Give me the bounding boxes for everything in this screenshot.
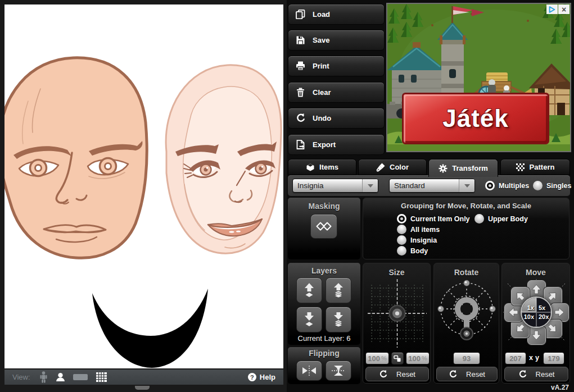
save-floppy-icon (296, 35, 305, 45)
gem-icon (306, 163, 315, 171)
flipping-panel: Flipping (288, 347, 360, 384)
multiples-radio[interactable] (485, 181, 495, 190)
flip-vertical-button[interactable] (326, 361, 351, 381)
tab-transform[interactable]: Transform (428, 159, 498, 177)
rotate-reset-button[interactable]: Reset (436, 367, 498, 381)
style-dropdown-value: Standard (390, 179, 459, 192)
layers-title: Layers (288, 266, 360, 275)
masking-title: Masking (288, 202, 360, 211)
masking-button[interactable] (310, 214, 337, 239)
grouping-title: Grouping for Move, Rotate, and Scale (363, 202, 569, 210)
rotate-dial[interactable] (437, 278, 496, 343)
size-width-value: 100 (368, 354, 380, 363)
layer-up-all-button[interactable] (326, 277, 351, 303)
move-up-button[interactable] (527, 280, 546, 299)
move-down-button[interactable] (527, 326, 546, 345)
grouping-all-items-label: All items (410, 226, 440, 234)
gear-icon (439, 164, 448, 173)
size-reset-label: Reset (396, 370, 415, 379)
grouping-all-items-radio[interactable] (397, 225, 406, 234)
size-reset-button[interactable]: Reset (365, 367, 429, 381)
move-reset-button[interactable]: Reset (504, 367, 568, 381)
rotate-angle-field[interactable]: 93 (453, 352, 480, 364)
arrow-down-right-icon (545, 321, 559, 335)
category-dropdown[interactable]: Insignia (292, 179, 378, 193)
clear-button[interactable]: Clear (288, 82, 385, 103)
female-face-item[interactable] (166, 65, 281, 253)
mask-diamonds-icon (316, 222, 332, 231)
tab-transform-label: Transform (452, 164, 488, 172)
size-width-field[interactable]: 100% (365, 352, 389, 364)
singles-radio[interactable] (533, 181, 543, 190)
move-compass: 1x 5x 10x 20x (503, 279, 570, 345)
singles-label: Singles (546, 182, 571, 190)
full-body-view-icon[interactable] (39, 371, 48, 383)
move-y-value: 179 (548, 354, 560, 363)
advertisement[interactable]: Játék × (386, 3, 571, 152)
move-left-button[interactable] (504, 303, 523, 322)
save-button[interactable]: Save (288, 30, 385, 51)
layer-down-all-icon (333, 312, 344, 327)
reset-icon (379, 370, 387, 379)
grouping-body-label: Body (410, 247, 428, 255)
flipping-title: Flipping (288, 349, 360, 358)
export-page-icon (296, 140, 305, 149)
export-button[interactable]: Export (288, 134, 385, 155)
size-link-aspect-button[interactable] (391, 352, 404, 364)
size-height-value: 100 (408, 354, 421, 363)
landscape-view-icon[interactable] (73, 374, 88, 380)
view-label: View: (12, 373, 30, 381)
layer-down-one-icon (304, 312, 315, 327)
move-reset-label: Reset (536, 370, 555, 379)
tab-items[interactable]: Items (288, 159, 356, 175)
undo-button[interactable]: Undo (288, 108, 385, 129)
layers-panel: Layers Current Layer: 6 (288, 263, 360, 345)
move-x-field[interactable]: 207 (505, 352, 526, 364)
canvas-toolbar: View: ? Help (4, 370, 283, 385)
ad-cta-button[interactable]: Játék (402, 93, 549, 144)
link-aspect-icon (394, 354, 401, 362)
version-label: vA.27 (537, 384, 569, 391)
layer-up-one-button[interactable] (296, 277, 322, 303)
grouping-current-item-radio[interactable] (397, 214, 406, 224)
crescent-item[interactable] (92, 289, 208, 368)
panel-resize-handle[interactable] (135, 386, 150, 390)
size-drag-grid[interactable] (368, 279, 427, 348)
male-face-item[interactable] (4, 58, 147, 258)
print-label: Print (313, 62, 329, 70)
undo-arrow-icon (296, 113, 305, 123)
tab-color[interactable]: Color (358, 159, 427, 175)
tab-color-label: Color (390, 163, 409, 171)
layer-down-all-button[interactable] (326, 307, 351, 332)
layer-down-one-button[interactable] (296, 307, 322, 332)
drawing-canvas[interactable] (4, 4, 283, 368)
size-title: Size (363, 268, 430, 277)
ad-close-icon[interactable]: × (558, 4, 570, 14)
move-y-field[interactable]: 179 (543, 352, 564, 364)
reset-icon (449, 370, 457, 379)
bust-view-icon[interactable] (56, 373, 65, 381)
adchoices-icon[interactable] (546, 4, 558, 14)
category-dropdown-arrow-icon[interactable] (362, 179, 378, 192)
help-icon: ? (248, 373, 256, 381)
help-button[interactable]: ? Help (248, 373, 275, 381)
checker-icon (516, 163, 525, 171)
move-right-button[interactable] (550, 303, 569, 322)
tab-pattern[interactable]: Pattern (500, 159, 570, 175)
style-dropdown[interactable]: Standard (389, 179, 475, 193)
move-panel: Move 1x 5x 10x 20x 207 x y 179 Reset (501, 263, 570, 384)
style-dropdown-arrow-icon[interactable] (459, 179, 474, 192)
size-knob[interactable] (390, 306, 405, 321)
grouping-insignia-radio[interactable] (397, 235, 406, 245)
current-layer-label: Current Layer: (298, 334, 345, 343)
move-multiplier-selector: 1x 5x 10x 20x (521, 297, 552, 328)
undo-label: Undo (313, 114, 331, 122)
grouping-upper-body-radio[interactable] (474, 214, 484, 224)
rotate-reset-label: Reset (466, 370, 485, 379)
print-button[interactable]: Print (288, 56, 385, 76)
size-height-field[interactable]: 100% (406, 352, 430, 364)
flip-horizontal-button[interactable] (296, 361, 322, 381)
grouping-body-radio[interactable] (397, 246, 406, 256)
grid-view-icon[interactable] (96, 372, 107, 382)
load-button[interactable]: Load (288, 4, 385, 25)
